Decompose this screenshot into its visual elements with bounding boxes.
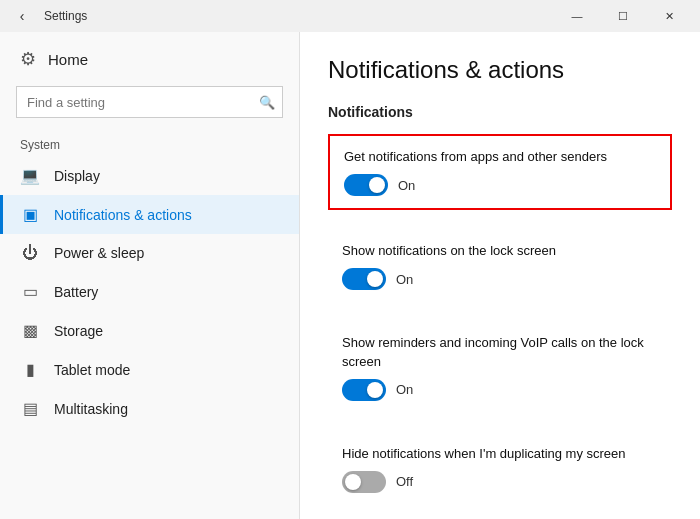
setting-get-notifications: Get notifications from apps and other se… <box>328 134 672 210</box>
toggle-lock-screen[interactable] <box>342 268 386 290</box>
window-controls: — ☐ ✕ <box>554 0 692 32</box>
home-label: Home <box>48 51 88 68</box>
sidebar-item-label: Notifications & actions <box>54 207 192 223</box>
toggle-thumb <box>345 474 361 490</box>
content-area: Notifications & actions Notifications Ge… <box>300 32 700 519</box>
toggle-get-notifications[interactable] <box>344 174 388 196</box>
toggle-thumb <box>367 382 383 398</box>
tablet-icon: ▮ <box>20 360 40 379</box>
app-body: ⚙ Home 🔍 System 💻 Display ▣ Notification… <box>0 32 700 519</box>
page-title: Notifications & actions <box>328 56 672 84</box>
setting-label-get-notifications: Get notifications from apps and other se… <box>344 148 656 166</box>
search-input[interactable] <box>16 86 283 118</box>
battery-icon: ▭ <box>20 282 40 301</box>
sidebar-item-display[interactable]: 💻 Display <box>0 156 299 195</box>
sidebar-item-label: Tablet mode <box>54 362 130 378</box>
sidebar-item-storage[interactable]: ▩ Storage <box>0 311 299 350</box>
multitasking-icon: ▤ <box>20 399 40 418</box>
sidebar-item-tablet[interactable]: ▮ Tablet mode <box>0 350 299 389</box>
toggle-row-get-notifications: On <box>344 174 656 196</box>
setting-voip: Show reminders and incoming VoIP calls o… <box>328 322 672 412</box>
title-bar-left: ‹ Settings <box>8 2 87 30</box>
toggle-state-duplicating: Off <box>396 474 413 489</box>
sidebar-item-notifications[interactable]: ▣ Notifications & actions <box>0 195 299 234</box>
setting-label-duplicating: Hide notifications when I'm duplicating … <box>342 445 658 463</box>
setting-lock-screen: Show notifications on the lock screen On <box>328 230 672 302</box>
title-bar: ‹ Settings — ☐ ✕ <box>0 0 700 32</box>
sidebar-item-label: Multitasking <box>54 401 128 417</box>
toggle-row-duplicating: Off <box>342 471 658 493</box>
storage-icon: ▩ <box>20 321 40 340</box>
close-button[interactable]: ✕ <box>646 0 692 32</box>
notifications-icon: ▣ <box>20 205 40 224</box>
setting-label-lock-screen: Show notifications on the lock screen <box>342 242 658 260</box>
sidebar-item-power[interactable]: ⏻ Power & sleep <box>0 234 299 272</box>
section-title: Notifications <box>328 104 672 120</box>
title-bar-nav: ‹ <box>8 2 36 30</box>
search-icon: 🔍 <box>259 95 275 110</box>
sidebar-section-label: System <box>0 130 299 156</box>
toggle-row-voip: On <box>342 379 658 401</box>
power-icon: ⏻ <box>20 244 40 262</box>
maximize-button[interactable]: ☐ <box>600 0 646 32</box>
minimize-button[interactable]: — <box>554 0 600 32</box>
setting-duplicating: Hide notifications when I'm duplicating … <box>328 433 672 505</box>
toggle-state-lock-screen: On <box>396 272 413 287</box>
toggle-row-lock-screen: On <box>342 268 658 290</box>
toggle-voip[interactable] <box>342 379 386 401</box>
search-box: 🔍 <box>16 86 283 118</box>
sidebar: ⚙ Home 🔍 System 💻 Display ▣ Notification… <box>0 32 300 519</box>
back-button[interactable]: ‹ <box>8 2 36 30</box>
sidebar-item-label: Storage <box>54 323 103 339</box>
display-icon: 💻 <box>20 166 40 185</box>
sidebar-home[interactable]: ⚙ Home <box>0 32 299 86</box>
sidebar-item-label: Battery <box>54 284 98 300</box>
toggle-duplicating[interactable] <box>342 471 386 493</box>
sidebar-item-label: Power & sleep <box>54 245 144 261</box>
sidebar-item-label: Display <box>54 168 100 184</box>
sidebar-item-multitasking[interactable]: ▤ Multitasking <box>0 389 299 428</box>
setting-label-voip: Show reminders and incoming VoIP calls o… <box>342 334 658 370</box>
toggle-state-get-notifications: On <box>398 178 415 193</box>
home-icon: ⚙ <box>20 48 36 70</box>
window-title: Settings <box>44 9 87 23</box>
sidebar-item-battery[interactable]: ▭ Battery <box>0 272 299 311</box>
toggle-state-voip: On <box>396 382 413 397</box>
